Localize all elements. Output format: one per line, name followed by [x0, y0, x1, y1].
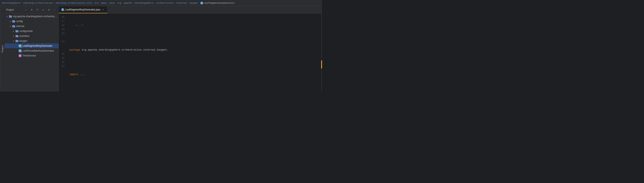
- breadcrumb: shardingsphere › sharding-orchestration …: [0, 0, 322, 6]
- tree-item-eventbus[interactable]: eventbus: [4, 34, 58, 38]
- editor-tabs: C LeafSegmentKeyGenerator.java ×: [59, 6, 322, 14]
- globe-icon-button[interactable]: ⊕: [30, 8, 34, 12]
- code-line-18: package org.apache.shardingsphere.orches…: [70, 48, 321, 52]
- breadcrumb-main[interactable]: main: [101, 2, 106, 4]
- class-timeservice-icon: C: [18, 54, 22, 57]
- tree-arrow-eventbus: [12, 34, 15, 38]
- project-tree: org.apache.shardingsphere.orchestration …: [4, 14, 58, 92]
- editor-area: C LeafSegmentKeyGenerator.java × 16 17 1…: [59, 6, 322, 92]
- svg-rect-9: [16, 35, 17, 36]
- gear-icon-button[interactable]: ⚙: [47, 8, 51, 12]
- tree-item-timeservice[interactable]: C TimeService: [4, 53, 58, 58]
- folder-icon-eventbus: [15, 34, 19, 38]
- tree-label-config: config: [16, 20, 57, 23]
- project-dropdown-button[interactable]: ▾: [24, 8, 28, 12]
- svg-rect-7: [16, 30, 17, 30]
- code-line-blank1: [70, 85, 321, 89]
- svg-rect-11: [16, 40, 17, 40]
- breadcrumb-org[interactable]: org: [117, 2, 121, 4]
- tree-item-configcenter[interactable]: configcenter: [4, 29, 58, 34]
- align-top-icon-button[interactable]: ≡: [35, 8, 40, 12]
- tree-arrow-internal: [8, 24, 12, 28]
- tree-arrow-org: [5, 15, 8, 18]
- tree-item-keygen[interactable]: keygen: [4, 38, 58, 44]
- project-sidebar: Project ▾ ⊕ ≡ ⇌ ⚙ − org.apache.shardings…: [4, 6, 59, 92]
- code-line-19: [70, 60, 321, 64]
- class-leaf-icon: C: [18, 44, 22, 48]
- breadcrumb-classname: LeafSegmentKeyGenerator: [204, 2, 235, 4]
- tree-label-keygen: keygen: [20, 40, 57, 42]
- folder-icon-org: [8, 14, 12, 18]
- tree-item-org-pkg[interactable]: org.apache.shardingsphere.orchestration: [4, 14, 58, 19]
- breadcrumb-core[interactable]: sharding-orchestration-core: [56, 2, 92, 4]
- code-content: /.../ package org.apache.shardingsphere.…: [68, 14, 321, 92]
- line-numbers: 16 17 18 19 20 34 40 41 42 43: [59, 14, 68, 92]
- svg-rect-10: [16, 40, 18, 42]
- tree-item-internal[interactable]: internal: [4, 24, 58, 29]
- svg-rect-1: [9, 15, 10, 16]
- svg-rect-3: [12, 20, 14, 21]
- folder-icon-configcenter: [15, 29, 19, 33]
- breadcrumb-orchestration[interactable]: orchestration: [156, 2, 174, 4]
- svg-rect-6: [16, 30, 18, 32]
- breadcrumb-java[interactable]: java: [109, 2, 114, 4]
- editor-scrollbar[interactable]: [321, 14, 322, 92]
- tree-arrow-configcenter: [12, 30, 15, 33]
- class-snowflake-icon: C: [18, 49, 22, 52]
- scrollbar-thumb: [321, 60, 322, 68]
- svg-rect-4: [12, 26, 15, 28]
- svg-rect-5: [12, 25, 14, 26]
- breadcrumb-internal[interactable]: internal: [176, 2, 187, 4]
- tree-label-eventbus: eventbus: [20, 34, 57, 38]
- tree-item-config[interactable]: config: [4, 19, 58, 24]
- tree-label-internal: internal: [16, 25, 57, 28]
- minus-icon-button[interactable]: −: [52, 8, 57, 12]
- tree-label-leaf-segment: LeafSegmentKeyGenerator: [22, 44, 57, 47]
- breadcrumb-apache[interactable]: apache: [124, 2, 132, 4]
- tree-item-leaf-segment[interactable]: C LeafSegmentKeyGenerator: [4, 44, 58, 48]
- code-editor[interactable]: 16 17 18 19 20 34 40 41 42 43 /.../: [59, 14, 322, 92]
- tree-label-timeservice: TimeService: [22, 54, 57, 57]
- breadcrumb-shardingsphere2[interactable]: shardingsphere: [134, 2, 154, 4]
- breadcrumb-class-icon: C: [200, 2, 203, 4]
- folder-icon-internal: [12, 24, 16, 28]
- breadcrumb-keygen[interactable]: keygen: [190, 2, 198, 4]
- svg-rect-0: [9, 16, 12, 18]
- code-line-16: /.../: [70, 23, 321, 28]
- folder-icon-keygen: [15, 39, 19, 43]
- sidebar-header: Project ▾ ⊕ ≡ ⇌ ⚙ −: [4, 6, 58, 14]
- breadcrumb-src[interactable]: src: [95, 2, 99, 4]
- code-line-17: [70, 36, 321, 40]
- tab-class-icon: C: [61, 8, 64, 11]
- sidebar-title: Project: [6, 8, 22, 11]
- tab-label: LeafSegmentKeyGenerator.java: [65, 8, 100, 11]
- tree-arrow-keygen: [12, 39, 15, 42]
- align-mid-icon-button[interactable]: ⇌: [41, 8, 46, 12]
- svg-rect-8: [16, 35, 18, 37]
- tree-label-leaf-snowflake: LeafSnowflakeKeyGenerator: [22, 49, 57, 52]
- svg-rect-2: [12, 20, 15, 22]
- tree-arrow-config: [8, 20, 12, 23]
- breadcrumb-sharding-orchestration[interactable]: sharding-orchestration: [23, 2, 53, 4]
- tree-label-configcenter: configcenter: [20, 30, 57, 32]
- breadcrumb-shardingsphere[interactable]: shardingsphere: [2, 2, 20, 4]
- tab-close-button[interactable]: ×: [102, 8, 105, 11]
- tree-item-leaf-snowflake[interactable]: C LeafSnowflakeKeyGenerator: [4, 48, 58, 53]
- editor-tab-leaf-segment[interactable]: C LeafSegmentKeyGenerator.java ×: [59, 6, 108, 13]
- tree-label-org-pkg: org.apache.shardingsphere.orchestration: [13, 15, 57, 18]
- folder-icon-config: [12, 20, 16, 23]
- code-line-20: import ...: [70, 72, 321, 76]
- project-tab[interactable]: Project: [0, 6, 4, 92]
